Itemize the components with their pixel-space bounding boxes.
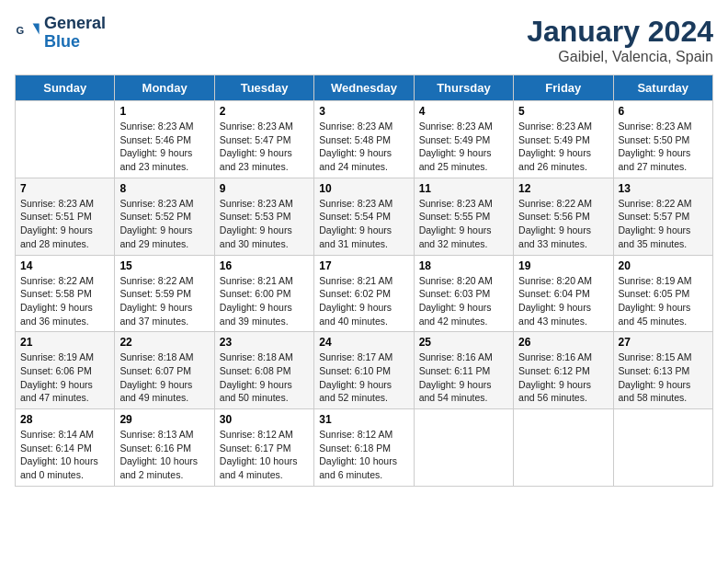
day-info: Sunrise: 8:22 AMSunset: 5:57 PMDaylight:… <box>619 197 708 251</box>
calendar-cell: 15Sunrise: 8:22 AMSunset: 5:59 PMDayligh… <box>115 255 214 332</box>
day-number: 16 <box>220 259 309 272</box>
day-number: 26 <box>518 336 608 349</box>
day-number: 24 <box>319 336 408 349</box>
day-info: Sunrise: 8:21 AMSunset: 6:00 PMDaylight:… <box>220 274 309 328</box>
calendar-cell: 16Sunrise: 8:21 AMSunset: 6:00 PMDayligh… <box>214 255 313 332</box>
svg-marker-1 <box>33 23 40 34</box>
calendar-week-4: 21Sunrise: 8:19 AMSunset: 6:06 PMDayligh… <box>16 332 713 409</box>
day-info: Sunrise: 8:18 AMSunset: 6:07 PMDaylight:… <box>119 350 209 405</box>
calendar-cell: 11Sunrise: 8:23 AMSunset: 5:55 PMDayligh… <box>414 178 513 255</box>
day-info: Sunrise: 8:19 AMSunset: 6:05 PMDaylight:… <box>619 274 708 328</box>
day-header-tuesday: Tuesday <box>214 75 313 101</box>
day-number: 21 <box>20 336 109 349</box>
day-info: Sunrise: 8:23 AMSunset: 5:55 PMDaylight:… <box>419 197 508 251</box>
calendar-cell: 12Sunrise: 8:22 AMSunset: 5:56 PMDayligh… <box>514 178 613 255</box>
calendar-cell: 18Sunrise: 8:20 AMSunset: 6:03 PMDayligh… <box>414 255 513 332</box>
day-info: Sunrise: 8:18 AMSunset: 6:08 PMDaylight:… <box>220 350 309 405</box>
day-header-sunday: Sunday <box>16 75 115 101</box>
day-number: 3 <box>319 105 408 118</box>
calendar-cell: 1Sunrise: 8:23 AMSunset: 5:46 PMDaylight… <box>115 101 214 178</box>
day-info: Sunrise: 8:23 AMSunset: 5:46 PMDaylight:… <box>119 120 209 174</box>
day-number: 25 <box>419 336 508 349</box>
page-header: G General Blue January 2024 Gaibiel, Val… <box>15 15 713 65</box>
calendar-cell: 14Sunrise: 8:22 AMSunset: 5:58 PMDayligh… <box>16 255 115 332</box>
day-number: 4 <box>419 105 508 118</box>
day-info: Sunrise: 8:23 AMSunset: 5:49 PMDaylight:… <box>419 120 508 174</box>
day-header-wednesday: Wednesday <box>314 75 414 101</box>
day-header-saturday: Saturday <box>613 75 712 101</box>
logo: G General Blue <box>15 15 106 52</box>
calendar-cell <box>514 409 613 487</box>
day-number: 19 <box>518 259 608 272</box>
calendar-table: SundayMondayTuesdayWednesdayThursdayFrid… <box>15 75 713 487</box>
day-number: 18 <box>419 259 508 272</box>
day-number: 30 <box>220 413 309 426</box>
day-info: Sunrise: 8:13 AMSunset: 6:16 PMDaylight:… <box>119 428 209 482</box>
day-info: Sunrise: 8:23 AMSunset: 5:50 PMDaylight:… <box>619 120 708 174</box>
calendar-cell: 6Sunrise: 8:23 AMSunset: 5:50 PMDaylight… <box>613 101 712 178</box>
calendar-week-5: 28Sunrise: 8:14 AMSunset: 6:14 PMDayligh… <box>16 409 713 487</box>
day-info: Sunrise: 8:23 AMSunset: 5:53 PMDaylight:… <box>220 197 309 251</box>
day-info: Sunrise: 8:20 AMSunset: 6:04 PMDaylight:… <box>518 274 608 328</box>
calendar-cell <box>16 101 115 178</box>
day-number: 23 <box>220 336 309 349</box>
calendar-cell: 25Sunrise: 8:16 AMSunset: 6:11 PMDayligh… <box>414 332 513 409</box>
day-info: Sunrise: 8:22 AMSunset: 5:56 PMDaylight:… <box>518 197 608 251</box>
day-number: 20 <box>619 259 708 272</box>
day-number: 22 <box>119 336 209 349</box>
logo-line2: Blue <box>44 33 106 52</box>
logo-icon: G <box>15 20 40 46</box>
calendar-week-2: 7Sunrise: 8:23 AMSunset: 5:51 PMDaylight… <box>16 178 713 255</box>
day-number: 9 <box>220 182 309 195</box>
day-info: Sunrise: 8:14 AMSunset: 6:14 PMDaylight:… <box>20 428 109 482</box>
day-number: 13 <box>619 182 708 195</box>
calendar-cell: 19Sunrise: 8:20 AMSunset: 6:04 PMDayligh… <box>514 255 613 332</box>
day-number: 29 <box>119 413 209 426</box>
calendar-cell: 28Sunrise: 8:14 AMSunset: 6:14 PMDayligh… <box>16 409 115 487</box>
day-info: Sunrise: 8:22 AMSunset: 5:58 PMDaylight:… <box>20 274 109 328</box>
day-number: 6 <box>619 105 708 118</box>
day-number: 8 <box>119 182 209 195</box>
calendar-cell <box>414 409 513 487</box>
day-info: Sunrise: 8:23 AMSunset: 5:51 PMDaylight:… <box>20 197 109 251</box>
day-number: 12 <box>518 182 608 195</box>
calendar-cell: 8Sunrise: 8:23 AMSunset: 5:52 PMDaylight… <box>115 178 214 255</box>
day-info: Sunrise: 8:22 AMSunset: 5:59 PMDaylight:… <box>119 274 209 328</box>
calendar-cell: 5Sunrise: 8:23 AMSunset: 5:49 PMDaylight… <box>514 101 613 178</box>
day-info: Sunrise: 8:12 AMSunset: 6:17 PMDaylight:… <box>220 428 309 482</box>
calendar-cell: 20Sunrise: 8:19 AMSunset: 6:05 PMDayligh… <box>613 255 712 332</box>
day-info: Sunrise: 8:23 AMSunset: 5:54 PMDaylight:… <box>319 197 408 251</box>
day-info: Sunrise: 8:17 AMSunset: 6:10 PMDaylight:… <box>319 350 408 405</box>
logo-line1: General <box>44 15 106 33</box>
calendar-week-1: 1Sunrise: 8:23 AMSunset: 5:46 PMDaylight… <box>16 101 713 178</box>
svg-text:G: G <box>16 25 24 36</box>
day-number: 5 <box>518 105 608 118</box>
day-info: Sunrise: 8:23 AMSunset: 5:47 PMDaylight:… <box>220 120 309 174</box>
main-title: January 2024 <box>527 15 713 49</box>
day-number: 28 <box>20 413 109 426</box>
calendar-cell: 7Sunrise: 8:23 AMSunset: 5:51 PMDaylight… <box>16 178 115 255</box>
calendar-cell: 22Sunrise: 8:18 AMSunset: 6:07 PMDayligh… <box>115 332 214 409</box>
calendar-cell: 30Sunrise: 8:12 AMSunset: 6:17 PMDayligh… <box>214 409 313 487</box>
day-number: 11 <box>419 182 508 195</box>
day-number: 31 <box>319 413 408 426</box>
day-info: Sunrise: 8:16 AMSunset: 6:11 PMDaylight:… <box>419 350 508 405</box>
calendar-cell: 3Sunrise: 8:23 AMSunset: 5:48 PMDaylight… <box>314 101 414 178</box>
calendar-week-3: 14Sunrise: 8:22 AMSunset: 5:58 PMDayligh… <box>16 255 713 332</box>
day-info: Sunrise: 8:15 AMSunset: 6:13 PMDaylight:… <box>619 350 708 405</box>
day-number: 1 <box>119 105 209 118</box>
day-header-friday: Friday <box>514 75 613 101</box>
calendar-cell: 23Sunrise: 8:18 AMSunset: 6:08 PMDayligh… <box>214 332 313 409</box>
calendar-header-row: SundayMondayTuesdayWednesdayThursdayFrid… <box>16 75 713 101</box>
calendar-cell: 13Sunrise: 8:22 AMSunset: 5:57 PMDayligh… <box>613 178 712 255</box>
day-header-thursday: Thursday <box>414 75 513 101</box>
day-number: 17 <box>319 259 408 272</box>
day-info: Sunrise: 8:21 AMSunset: 6:02 PMDaylight:… <box>319 274 408 328</box>
day-info: Sunrise: 8:23 AMSunset: 5:49 PMDaylight:… <box>518 120 608 174</box>
calendar-cell: 17Sunrise: 8:21 AMSunset: 6:02 PMDayligh… <box>314 255 414 332</box>
calendar-cell: 4Sunrise: 8:23 AMSunset: 5:49 PMDaylight… <box>414 101 513 178</box>
day-info: Sunrise: 8:16 AMSunset: 6:12 PMDaylight:… <box>518 350 608 405</box>
calendar-cell: 24Sunrise: 8:17 AMSunset: 6:10 PMDayligh… <box>314 332 414 409</box>
day-info: Sunrise: 8:12 AMSunset: 6:18 PMDaylight:… <box>319 428 408 482</box>
day-number: 14 <box>20 259 109 272</box>
